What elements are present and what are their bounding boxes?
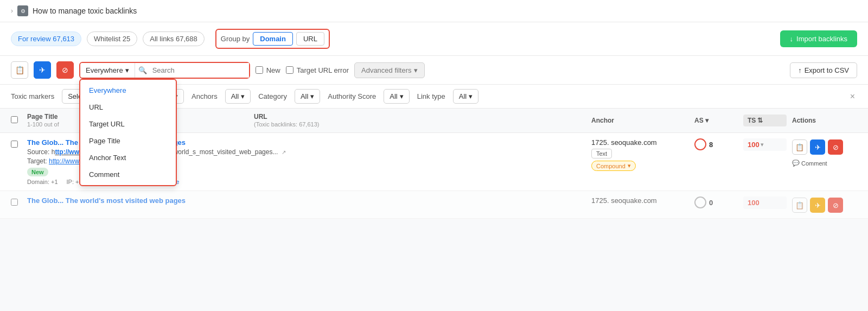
all-links-button[interactable]: All links 67,688 [143,31,204,46]
meta-domain: Domain: +1 [27,179,58,185]
row-anchor-2: 1725. seoquake.com [591,196,689,207]
ts-value-1: 100 [748,141,760,149]
dropdown-item-page-title[interactable]: Page Title [80,132,176,149]
anchors-label: Anchors [192,92,218,100]
dropdown-item-everywhere[interactable]: Everywhere [80,82,176,99]
import-backlinks-button[interactable]: ↓ Import backlinks [780,30,857,47]
group-by-label: Group by [221,35,250,43]
new-checkbox-group[interactable]: New [256,66,280,74]
toxic-markers-label: Toxic markers [11,92,54,100]
search-group: Everywhere ▾ 🔍 Everywhere URL Target URL… [79,62,250,79]
row-as-1: 8 [694,138,738,150]
top-bar: › ⚙ How to manage toxic backlinks [0,0,868,22]
authority-score-label: Authority Score [328,92,376,100]
new-checkbox[interactable] [256,66,263,74]
anchor-site-2: 1725. seoquake.com [591,196,689,205]
as-circle-1 [694,138,706,150]
header-ts[interactable]: TS ⇅ [743,115,787,126]
anchors-select[interactable]: All ▾ [225,89,251,104]
new-badge-1: New [27,168,48,176]
row-checkbox-1[interactable] [11,138,22,149]
compound-chevron-icon: ▾ [628,162,631,169]
settings-icon: ⚙ [17,5,28,16]
dropdown-item-target-url[interactable]: Target URL [80,116,176,132]
target-url-error-checkbox-group[interactable]: Target URL error [286,66,349,74]
header-anchor: Anchor [591,117,689,124]
target-url-error-checkbox[interactable] [286,66,293,74]
header-url: URL (Toxic backlinks: 67,613) [254,113,586,128]
as-value-1: 8 [709,141,713,149]
as-value-2: 0 [709,199,713,207]
authority-score-select[interactable]: All ▾ [384,89,409,104]
row-as-2: 0 [694,196,738,208]
filters-close-button[interactable]: × [848,90,857,104]
comment-label: Comment [801,160,827,167]
comment-icon: 💬 [792,160,800,167]
dropdown-item-url[interactable]: URL [80,99,176,116]
link-type-chevron-icon: ▾ [469,92,473,100]
ts-chevron-icon-1[interactable]: ▾ [761,141,764,148]
row-checkbox-2[interactable] [11,196,22,207]
target-url-error-label: Target URL error [297,66,349,74]
anchor-site-1: 1725. seoquake.com [591,138,689,147]
dropdown-item-anchor-text[interactable]: Anchor Text [80,149,176,166]
group-by-section: Group by Domain URL [215,29,330,49]
authority-chevron-icon: ▾ [400,92,404,100]
action-block-2[interactable]: ⊘ [828,198,843,213]
category-select[interactable]: All ▾ [295,89,320,104]
ts-value-2: 100 [748,199,760,207]
header-actions: Actions [792,117,857,124]
breadcrumb-chevron: › [11,7,13,15]
select-all-checkbox[interactable] [11,116,18,123]
source-ext-link-icon[interactable]: ↗ [282,149,286,155]
header-checkbox-col [11,116,22,125]
as-circle-2 [694,196,706,208]
row-content-2: The Glob... The world's most visited web… [27,196,586,206]
export-icon: ↑ [798,66,802,74]
row-actions-2: 📋 ✈ ⊘ [792,196,857,213]
link-type-select[interactable]: All ▾ [453,89,478,104]
filter-row: 📋 ✈ ⊘ Everywhere ▾ 🔍 Everywhere URL Targ… [0,56,868,85]
action-comment-1[interactable]: 💬 Comment [792,160,827,167]
search-icon: 🔍 [135,66,147,74]
ts-sort-icon: ⇅ [757,117,763,124]
import-icon: ↓ [790,35,794,43]
export-csv-button[interactable]: ↑ Export to CSV [790,62,857,78]
row-actions-1: 📋 ✈ ⊘ 💬 Comment [792,138,857,167]
for-review-button[interactable]: For review 67,613 [11,31,81,46]
whitelist-button[interactable]: Whitelist 25 [87,31,137,46]
anchor-compound-badge-1[interactable]: Compound ▾ [591,161,636,171]
category-chevron-icon: ▾ [310,92,314,100]
location-label: Everywhere [86,66,123,74]
anchor-text-badge-1: Text [591,149,612,158]
row-ts-1: 100 ▾ [743,138,787,151]
action-copy-1[interactable]: 📋 [792,139,807,155]
search-input[interactable] [147,63,249,78]
breadcrumb-title: How to manage toxic backlinks [33,7,137,15]
row-select-2[interactable] [11,199,18,206]
row-anchor-1: 1725. seoquake.com Text Compound ▾ [591,138,689,171]
location-dropdown[interactable]: Everywhere ▾ [80,63,135,78]
row-ts-2: 100 [743,196,787,209]
copy-icon-button[interactable]: 📋 [11,61,28,79]
action-send-2[interactable]: ✈ [810,198,825,213]
adv-filters-chevron-icon: ▾ [414,66,418,74]
anchors-chevron-icon: ▾ [241,92,245,100]
dropdown-chevron-icon: ▾ [125,66,129,74]
new-label: New [266,66,280,74]
location-dropdown-menu: Everywhere URL Target URL Page Title Anc… [79,79,177,186]
action-copy-2[interactable]: 📋 [792,198,807,213]
block-icon-button[interactable]: ⊘ [56,61,74,79]
action-block-1[interactable]: ⊘ [828,139,843,155]
dropdown-item-comment[interactable]: Comment [80,166,176,183]
row-title-2: The Glob... The world's most visited web… [27,196,586,205]
table-row: The Glob... The world's most visited web… [0,191,868,219]
action-send-1[interactable]: ✈ [810,139,825,155]
send-icon-button[interactable]: ✈ [34,61,51,79]
group-by-url-button[interactable]: URL [296,32,324,46]
group-by-domain-button[interactable]: Domain [253,32,293,46]
advanced-filters-button[interactable]: Advanced filters ▾ [354,62,425,78]
header-as[interactable]: AS ▾ [694,117,738,124]
row-select-1[interactable] [11,141,18,148]
link-type-label: Link type [417,92,445,100]
